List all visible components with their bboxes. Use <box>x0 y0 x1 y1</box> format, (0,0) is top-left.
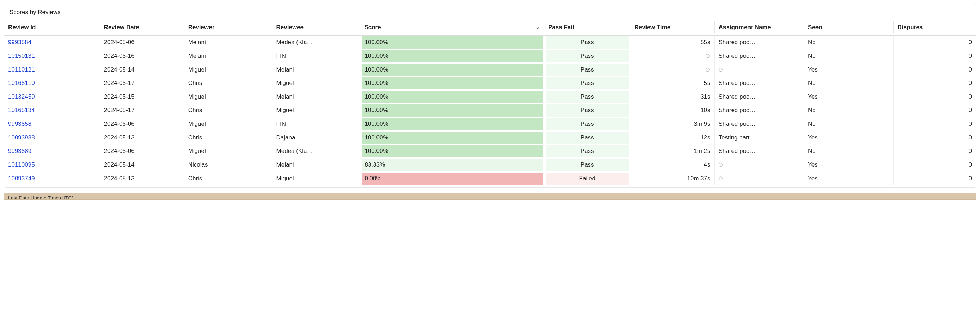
cell-review-id: 9993558 <box>4 117 100 131</box>
column-header-review_date[interactable]: Review Date <box>100 19 184 36</box>
cell-assignment: Testing part… <box>714 131 804 145</box>
table-row: 99935582024-05-06MiguelFIN100.00%Pass3m … <box>4 117 976 131</box>
passfail-value: Pass <box>546 118 628 130</box>
cell-review-time: 1m 2s <box>630 145 714 158</box>
cell-reviewer: Melani <box>184 49 272 63</box>
score-value: 100.00% <box>362 132 542 144</box>
passfail-value: Pass <box>546 64 628 76</box>
cell-passfail: Pass <box>544 36 630 49</box>
cell-review-time: 10s <box>630 103 714 117</box>
table-row: 100939882024-05-13ChrisDajana100.00%Pass… <box>4 131 976 145</box>
cell-disputes: 0 <box>893 145 977 158</box>
cell-review-id: 10165134 <box>4 103 100 117</box>
cell-disputes: 0 <box>893 63 977 77</box>
review-id-link[interactable]: 10132459 <box>8 93 35 100</box>
cell-review-date: 2024-05-06 <box>100 145 184 158</box>
cell-seen: No <box>804 145 893 158</box>
cell-reviewer: Chris <box>184 131 272 145</box>
cell-review-id: 9993584 <box>4 36 100 49</box>
passfail-value: Pass <box>546 36 628 49</box>
column-header-reviewee[interactable]: Reviewee <box>272 19 360 36</box>
cell-reviewer: Miguel <box>184 63 272 77</box>
cell-disputes: 0 <box>893 90 977 104</box>
cell-reviewee: Medea (Kla… <box>272 36 360 49</box>
cell-review-time: 5s <box>630 76 714 90</box>
cell-reviewee: Melani <box>272 90 360 104</box>
table-row: 101101212024-05-14MiguelMelani100.00%Pas… <box>4 63 976 77</box>
cell-reviewee: Miguel <box>272 76 360 90</box>
cell-seen: Yes <box>804 172 893 186</box>
cell-review-id: 10093988 <box>4 131 100 145</box>
score-value: 100.00% <box>362 77 542 89</box>
cell-review-id: 10093749 <box>4 172 100 186</box>
review-id-link[interactable]: 10110121 <box>8 66 35 73</box>
review-id-link[interactable]: 10110095 <box>8 161 35 168</box>
cell-review-id: 10110095 <box>4 158 100 172</box>
table-row: 99935892024-05-06MiguelMedea (Kla…100.00… <box>4 145 976 158</box>
cell-passfail: Pass <box>544 117 630 131</box>
cell-score: 100.00% <box>360 117 544 131</box>
cell-score: 100.00% <box>360 76 544 90</box>
cell-assignment: Shared poo… <box>714 145 804 158</box>
cell-review-time: 31s <box>630 90 714 104</box>
review-id-link[interactable]: 9993558 <box>8 121 31 127</box>
column-header-review_time[interactable]: Review Time <box>630 19 714 36</box>
cell-seen: No <box>804 103 893 117</box>
cell-passfail: Pass <box>544 49 630 63</box>
cell-disputes: 0 <box>893 158 977 172</box>
cell-reviewee: Miguel <box>272 103 360 117</box>
cell-reviewee: Miguel <box>272 172 360 186</box>
column-header-seen[interactable]: Seen <box>804 19 893 36</box>
cell-passfail: Pass <box>544 76 630 90</box>
cell-seen: Yes <box>804 63 893 77</box>
cell-reviewer: Nicolas <box>184 158 272 172</box>
review-id-link[interactable]: 10093749 <box>8 175 35 182</box>
review-id-link[interactable]: 10093988 <box>8 134 35 141</box>
cell-review-id: 10165110 <box>4 76 100 90</box>
passfail-value: Pass <box>546 159 628 171</box>
score-value: 0.00% <box>362 173 542 185</box>
score-value: 100.00% <box>362 104 542 117</box>
review-id-link[interactable]: 9993589 <box>8 148 31 154</box>
review-id-link[interactable]: 10150131 <box>8 52 35 59</box>
cell-disputes: 0 <box>893 131 977 145</box>
cell-reviewer: Miguel <box>184 117 272 131</box>
cell-review-date: 2024-05-14 <box>100 158 184 172</box>
cell-review-date: 2024-05-14 <box>100 63 184 77</box>
cell-assignment: Shared poo… <box>714 117 804 131</box>
review-id-link[interactable]: 9993584 <box>8 39 31 45</box>
review-id-link[interactable]: 10165134 <box>8 107 35 113</box>
column-header-review_id[interactable]: Review Id <box>4 19 100 36</box>
cell-review-time: ∅ <box>630 49 714 63</box>
cell-score: 0.00% <box>360 172 544 186</box>
table-row: 101324592024-05-15MiguelMelani100.00%Pas… <box>4 90 976 104</box>
column-header-score[interactable]: Score⌄ <box>360 19 544 36</box>
empty-icon: ∅ <box>705 53 710 59</box>
cell-seen: No <box>804 36 893 49</box>
cell-score: 100.00% <box>360 90 544 104</box>
column-header-pass_fail[interactable]: Pass Fail <box>544 19 630 36</box>
column-header-disputes[interactable]: Disputes <box>893 19 977 36</box>
cell-reviewer: Miguel <box>184 90 272 104</box>
cell-reviewee: Dajana <box>272 131 360 145</box>
cell-reviewer: Chris <box>184 103 272 117</box>
column-header-assignment[interactable]: Assignment Name <box>714 19 804 36</box>
table-row: 99935842024-05-06MelaniMedea (Kla…100.00… <box>4 36 976 49</box>
cell-disputes: 0 <box>893 76 977 90</box>
cell-passfail: Failed <box>544 172 630 186</box>
cell-score: 100.00% <box>360 63 544 77</box>
review-id-link[interactable]: 10165110 <box>8 79 35 86</box>
cell-seen: Yes <box>804 90 893 104</box>
cell-passfail: Pass <box>544 145 630 158</box>
column-header-reviewer[interactable]: Reviewer <box>184 19 272 36</box>
passfail-value: Pass <box>546 145 628 157</box>
cell-disputes: 0 <box>893 49 977 63</box>
cell-review-date: 2024-05-15 <box>100 90 184 104</box>
scores-panel: Scores by Reviews Review IdReview DateRe… <box>3 3 977 188</box>
cell-score: 100.00% <box>360 103 544 117</box>
cell-disputes: 0 <box>893 172 977 186</box>
table-row: 101100952024-05-14NicolasMelani83.33%Pas… <box>4 158 976 172</box>
cell-seen: No <box>804 76 893 90</box>
table-row: 101501312024-05-16MelaniFIN100.00%Pass∅S… <box>4 49 976 63</box>
score-value: 100.00% <box>362 91 542 103</box>
